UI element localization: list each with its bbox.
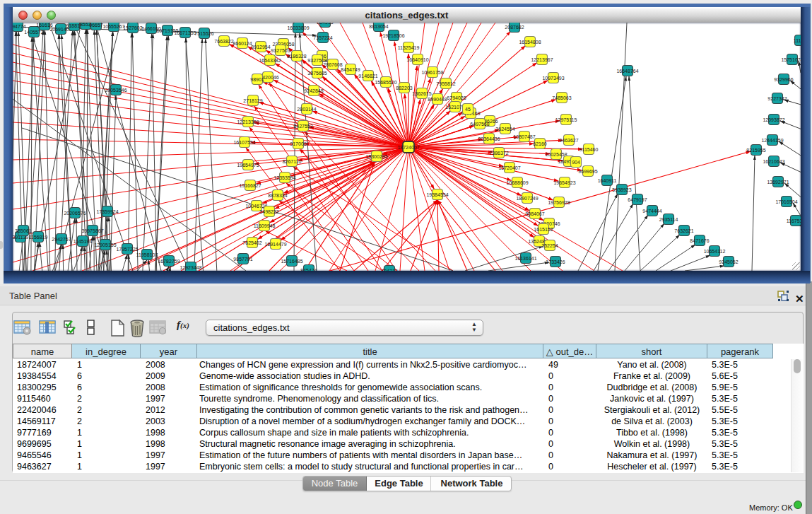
svg-text:10025458: 10025458 xyxy=(545,152,567,157)
svg-text:16648764: 16648764 xyxy=(616,69,638,74)
svg-text:17016504: 17016504 xyxy=(775,199,797,204)
svg-text:1156819: 1156819 xyxy=(29,235,48,240)
svg-text:17359924: 17359924 xyxy=(96,209,118,214)
svg-text:9115460: 9115460 xyxy=(579,147,599,152)
svg-text:39975867: 39975867 xyxy=(81,228,103,233)
svg-text:7485063: 7485063 xyxy=(552,95,571,100)
svg-text:2803144: 2803144 xyxy=(297,107,316,112)
svg-text:1362615: 1362615 xyxy=(412,91,431,96)
svg-text:16543382: 16543382 xyxy=(259,58,281,63)
svg-text:10688609: 10688609 xyxy=(506,180,528,185)
svg-text:16154808: 16154808 xyxy=(519,40,541,45)
svg-text:12213389: 12213389 xyxy=(237,119,259,124)
svg-text:1145194: 1145194 xyxy=(73,239,93,244)
svg-text:11325419: 11325419 xyxy=(398,45,420,50)
svg-text:9146821: 9146821 xyxy=(358,74,377,78)
svg-text:15716485: 15716485 xyxy=(281,259,302,264)
svg-text:2935114: 2935114 xyxy=(659,217,678,222)
svg-text:9245052: 9245052 xyxy=(719,259,738,264)
svg-text:17957225: 17957225 xyxy=(116,247,138,252)
svg-text:7625402: 7625402 xyxy=(242,240,261,245)
svg-text:3624554: 3624554 xyxy=(495,127,514,132)
svg-text:10654112: 10654112 xyxy=(704,249,726,254)
svg-text:16210643: 16210643 xyxy=(763,159,784,164)
svg-text:16671355: 16671355 xyxy=(174,30,196,35)
svg-text:5938923: 5938923 xyxy=(612,187,631,192)
svg-text:15751074: 15751074 xyxy=(781,57,801,62)
svg-text:15720407: 15720407 xyxy=(498,165,520,170)
svg-text:10807487: 10807487 xyxy=(513,134,535,139)
svg-text:12444159: 12444159 xyxy=(761,138,783,143)
svg-text:18907249: 18907249 xyxy=(516,196,538,201)
svg-text:16782759: 16782759 xyxy=(158,259,180,264)
svg-text:96657: 96657 xyxy=(89,23,103,28)
svg-text:16914479: 16914479 xyxy=(264,242,286,247)
svg-text:1527602: 1527602 xyxy=(123,25,142,30)
svg-text:12213967: 12213967 xyxy=(531,57,553,62)
svg-text:8186328: 8186328 xyxy=(287,54,306,59)
svg-text:45: 45 xyxy=(465,107,471,112)
svg-text:385061: 385061 xyxy=(15,228,31,233)
svg-text:11609948: 11609948 xyxy=(254,223,276,228)
svg-text:8912954: 8912954 xyxy=(251,45,270,49)
svg-text:8215955: 8215955 xyxy=(746,148,765,153)
svg-text:20206576: 20206576 xyxy=(64,211,86,216)
svg-text:19384554: 19384554 xyxy=(426,192,448,197)
svg-text:98901: 98901 xyxy=(250,77,264,82)
svg-text:62160: 62160 xyxy=(533,141,547,146)
svg-text:9242848: 9242848 xyxy=(304,88,323,93)
svg-text:7386372: 7386372 xyxy=(489,151,508,156)
svg-text:9463627: 9463627 xyxy=(559,138,578,143)
svg-text:2867608: 2867608 xyxy=(323,62,342,67)
svg-text:1640911: 1640911 xyxy=(598,178,617,183)
svg-text:1615152: 1615152 xyxy=(534,227,553,232)
svg-text:7632621: 7632621 xyxy=(674,228,693,233)
svg-text:13692971: 13692971 xyxy=(767,180,789,185)
svg-text:6497568: 6497568 xyxy=(470,122,489,127)
svg-text:12353594: 12353594 xyxy=(273,175,295,180)
svg-text:16033809: 16033809 xyxy=(287,25,309,30)
svg-text:9474444: 9474444 xyxy=(642,209,661,214)
svg-text:9699695: 9699695 xyxy=(578,169,597,174)
svg-text:19166827: 19166827 xyxy=(239,183,261,188)
svg-text:904: 904 xyxy=(572,160,580,165)
svg-text:8660124: 8660124 xyxy=(233,41,252,46)
svg-text:18300295: 18300295 xyxy=(365,154,387,159)
svg-text:8427552: 8427552 xyxy=(293,124,312,129)
svg-text:9084067: 9084067 xyxy=(525,211,544,216)
svg-text:9227342: 9227342 xyxy=(767,96,787,101)
svg-text:7515526: 7515526 xyxy=(194,31,213,36)
svg-text:19756928: 19756928 xyxy=(548,200,570,205)
svg-text:11958107: 11958107 xyxy=(136,252,158,257)
svg-text:12975115: 12975115 xyxy=(555,117,577,122)
svg-text:10655267: 10655267 xyxy=(102,24,124,29)
svg-text:882203: 882203 xyxy=(396,86,412,90)
svg-text:8990448: 8990448 xyxy=(428,97,447,102)
svg-text:3875685: 3875685 xyxy=(307,71,326,76)
svg-text:2942757: 2942757 xyxy=(52,237,71,242)
svg-text:20364436: 20364436 xyxy=(478,136,500,141)
svg-text:16136141: 16136141 xyxy=(514,256,536,261)
svg-text:8813054: 8813054 xyxy=(369,24,388,29)
svg-text:10961758: 10961758 xyxy=(421,70,443,75)
svg-text:9327503: 9327503 xyxy=(271,48,290,53)
svg-text:18724007: 18724007 xyxy=(397,145,419,150)
svg-text:16640910: 16640910 xyxy=(406,57,428,62)
svg-text:252254: 252254 xyxy=(541,243,558,248)
svg-text:917006: 917006 xyxy=(290,141,306,146)
svg-text:19654923: 19654923 xyxy=(553,180,575,185)
svg-text:9329966: 9329966 xyxy=(774,77,793,82)
svg-text:20053546: 20053546 xyxy=(105,88,126,93)
svg-text:1733426: 1733426 xyxy=(546,259,565,264)
svg-text:9857791: 9857791 xyxy=(233,257,252,262)
svg-text:1167539: 1167539 xyxy=(787,218,801,223)
svg-text:12905155: 12905155 xyxy=(94,243,116,247)
svg-text:19218506: 19218506 xyxy=(382,33,404,38)
svg-text:7663822: 7663822 xyxy=(214,39,233,44)
svg-text:12923448: 12923448 xyxy=(180,265,201,270)
svg-text:884515: 884515 xyxy=(317,23,333,25)
svg-text:8267110: 8267110 xyxy=(283,159,302,164)
svg-text:845474: 845474 xyxy=(300,268,317,271)
svg-text:11126: 11126 xyxy=(794,38,801,43)
svg-text:8471676: 8471676 xyxy=(690,238,709,243)
